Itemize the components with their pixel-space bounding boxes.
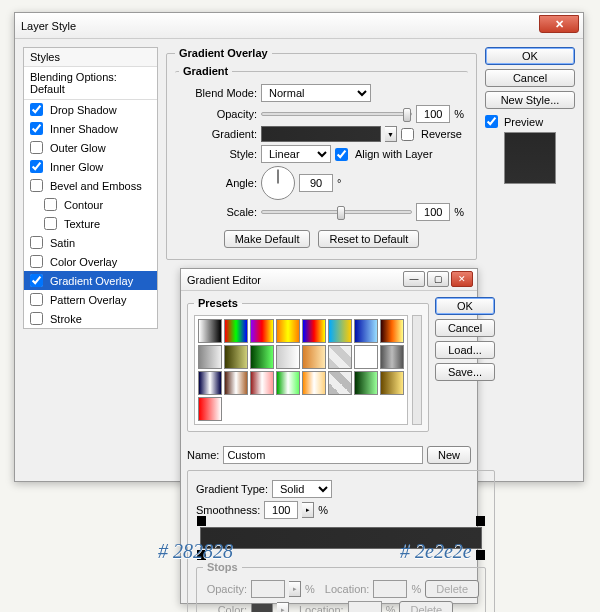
preview-checkbox[interactable]: [485, 115, 498, 128]
new-style-button[interactable]: New Style...: [485, 91, 575, 109]
preset-swatch[interactable]: [198, 371, 222, 395]
save-button[interactable]: Save...: [435, 363, 495, 381]
smoothness-dropdown-icon[interactable]: ▸: [302, 502, 314, 518]
preset-swatch[interactable]: [328, 345, 352, 369]
reset-default-button[interactable]: Reset to Default: [318, 230, 419, 248]
preset-swatch[interactable]: [224, 345, 248, 369]
style-item-drop-shadow[interactable]: Drop Shadow: [24, 100, 157, 119]
preset-swatch[interactable]: [380, 319, 404, 343]
load-button[interactable]: Load...: [435, 341, 495, 359]
style-item-label: Texture: [64, 218, 100, 230]
reverse-label: Reverse: [421, 128, 462, 140]
preset-swatch[interactable]: [250, 371, 274, 395]
scale-slider[interactable]: [261, 210, 412, 214]
style-item-pattern-overlay[interactable]: Pattern Overlay: [24, 290, 157, 309]
ok-button[interactable]: OK: [485, 47, 575, 65]
stop-color-label: Color:: [203, 604, 247, 612]
gradient-swatch[interactable]: [261, 126, 381, 142]
editor-ok-button[interactable]: OK: [435, 297, 495, 315]
preset-swatch[interactable]: [224, 319, 248, 343]
color-stop-right[interactable]: [476, 550, 485, 560]
preset-swatch[interactable]: [250, 319, 274, 343]
style-item-label: Contour: [64, 199, 103, 211]
style-checkbox[interactable]: [30, 312, 43, 325]
preset-swatch[interactable]: [380, 371, 404, 395]
preset-swatch[interactable]: [302, 371, 326, 395]
stop-opacity-label: Opacity:: [203, 583, 247, 595]
preset-swatch[interactable]: [302, 319, 326, 343]
style-checkbox[interactable]: [30, 255, 43, 268]
angle-input[interactable]: [299, 174, 333, 192]
preset-swatch[interactable]: [276, 371, 300, 395]
reverse-checkbox[interactable]: [401, 128, 414, 141]
preview-toggle[interactable]: Preview: [485, 115, 575, 128]
style-checkbox[interactable]: [30, 293, 43, 306]
style-item-gradient-overlay[interactable]: Gradient Overlay: [24, 271, 157, 290]
close-icon[interactable]: ✕: [539, 15, 579, 33]
style-item-texture[interactable]: Texture: [24, 214, 157, 233]
style-item-color-overlay[interactable]: Color Overlay: [24, 252, 157, 271]
style-checkbox[interactable]: [30, 274, 43, 287]
layer-style-titlebar[interactable]: Layer Style ✕: [15, 13, 583, 39]
preset-swatch[interactable]: [380, 345, 404, 369]
preset-swatch[interactable]: [354, 345, 378, 369]
style-item-inner-glow[interactable]: Inner Glow: [24, 157, 157, 176]
delete-opacity-stop-button: Delete: [425, 580, 479, 598]
maximize-icon[interactable]: ▢: [427, 271, 449, 287]
opacity-stop-right[interactable]: [476, 516, 485, 526]
styles-header[interactable]: Styles: [24, 48, 157, 67]
style-item-bevel-and-emboss[interactable]: Bevel and Emboss: [24, 176, 157, 195]
style-checkbox[interactable]: [30, 179, 43, 192]
new-gradient-button[interactable]: New: [427, 446, 471, 464]
opacity-input[interactable]: [416, 105, 450, 123]
preset-swatch[interactable]: [224, 371, 248, 395]
preset-swatch[interactable]: [250, 345, 274, 369]
editor-close-icon[interactable]: ✕: [451, 271, 473, 287]
preset-swatch[interactable]: [198, 397, 222, 421]
opacity-slider[interactable]: [261, 112, 412, 116]
gradient-dropdown-icon[interactable]: ▼: [385, 126, 397, 142]
style-item-stroke[interactable]: Stroke: [24, 309, 157, 328]
gradient-style-select[interactable]: Linear: [261, 145, 331, 163]
style-item-label: Gradient Overlay: [50, 275, 133, 287]
angle-dial[interactable]: [261, 166, 295, 200]
preset-swatch[interactable]: [276, 345, 300, 369]
preset-swatch[interactable]: [198, 319, 222, 343]
style-checkbox[interactable]: [44, 217, 57, 230]
smoothness-input[interactable]: [264, 501, 298, 519]
style-checkbox[interactable]: [30, 122, 43, 135]
gradient-editor-titlebar[interactable]: Gradient Editor — ▢ ✕: [181, 269, 477, 291]
style-checkbox[interactable]: [30, 160, 43, 173]
align-checkbox[interactable]: [335, 148, 348, 161]
minimize-icon[interactable]: —: [403, 271, 425, 287]
make-default-button[interactable]: Make Default: [224, 230, 311, 248]
style-item-inner-shadow[interactable]: Inner Shadow: [24, 119, 157, 138]
style-item-outer-glow[interactable]: Outer Glow: [24, 138, 157, 157]
style-checkbox[interactable]: [30, 141, 43, 154]
style-item-contour[interactable]: Contour: [24, 195, 157, 214]
gradient-name-input[interactable]: [223, 446, 423, 464]
preset-swatch[interactable]: [276, 319, 300, 343]
preset-swatch[interactable]: [328, 319, 352, 343]
scale-input[interactable]: [416, 203, 450, 221]
style-item-label: Outer Glow: [50, 142, 106, 154]
blend-mode-select[interactable]: Normal: [261, 84, 371, 102]
editor-cancel-button[interactable]: Cancel: [435, 319, 495, 337]
preset-swatch[interactable]: [354, 371, 378, 395]
style-checkbox[interactable]: [44, 198, 57, 211]
blending-options[interactable]: Blending Options: Default: [24, 67, 157, 100]
gradient-label: Gradient:: [179, 128, 257, 140]
style-item-satin[interactable]: Satin: [24, 233, 157, 252]
preset-swatch[interactable]: [354, 319, 378, 343]
style-item-label: Stroke: [50, 313, 82, 325]
preset-swatch[interactable]: [328, 371, 352, 395]
style-checkbox[interactable]: [30, 236, 43, 249]
gradient-type-select[interactable]: Solid: [272, 480, 332, 498]
presets-scrollbar[interactable]: [412, 315, 422, 425]
style-checkbox[interactable]: [30, 103, 43, 116]
cancel-button[interactable]: Cancel: [485, 69, 575, 87]
presets-grid[interactable]: [194, 315, 408, 425]
preset-swatch[interactable]: [302, 345, 326, 369]
opacity-stop-left[interactable]: [197, 516, 206, 526]
preset-swatch[interactable]: [198, 345, 222, 369]
